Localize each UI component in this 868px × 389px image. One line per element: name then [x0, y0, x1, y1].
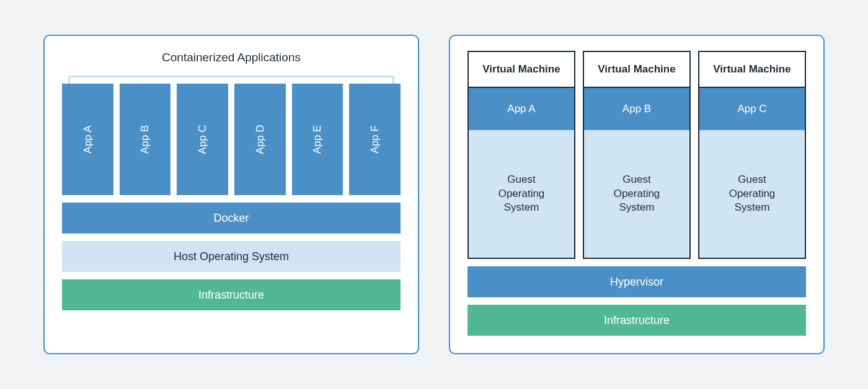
- infrastructure-layer: Infrastructure: [467, 305, 806, 336]
- docker-layer: Docker: [62, 203, 401, 234]
- host-os-layer: Host Operating System: [62, 241, 401, 272]
- apps-row: App A App B App C App D App E App F: [62, 84, 401, 195]
- vm-title: Virtual Machine: [584, 52, 689, 88]
- vm-app: App A: [469, 88, 574, 130]
- app-box: App D: [234, 84, 286, 195]
- app-label: App B: [139, 125, 151, 154]
- app-box: App E: [292, 84, 343, 195]
- infrastructure-layer: Infrastructure: [62, 279, 401, 310]
- containers-panel: Containerized Applications App A App B A…: [43, 35, 419, 354]
- vm-app: App B: [584, 88, 689, 130]
- vm-box: Virtual Machine App B Guest Operating Sy…: [583, 51, 691, 259]
- app-box: App A: [62, 84, 113, 195]
- vm-title: Virtual Machine: [469, 52, 574, 88]
- vms-row: Virtual Machine App A Guest Operating Sy…: [467, 51, 806, 259]
- vms-panel: Virtual Machine App A Guest Operating Sy…: [449, 35, 825, 354]
- vm-app: App C: [699, 88, 805, 130]
- app-box: App F: [349, 84, 401, 195]
- vm-guest-os: Guest Operating System: [469, 130, 574, 258]
- vm-box: Virtual Machine App A Guest Operating Sy…: [467, 51, 575, 259]
- containers-title: Containerized Applications: [62, 51, 401, 64]
- vm-guest-os: Guest Operating System: [699, 130, 805, 258]
- app-box: App B: [120, 84, 171, 195]
- app-label: App F: [369, 125, 381, 153]
- vm-box: Virtual Machine App C Guest Operating Sy…: [698, 51, 806, 259]
- app-label: App A: [81, 125, 94, 153]
- app-label: App D: [254, 125, 266, 154]
- app-box: App C: [177, 84, 228, 195]
- vm-title: Virtual Machine: [699, 52, 805, 88]
- hypervisor-layer: Hypervisor: [467, 266, 806, 297]
- vm-guest-os: Guest Operating System: [584, 130, 689, 258]
- app-label: App C: [197, 125, 209, 154]
- app-label: App E: [311, 125, 324, 154]
